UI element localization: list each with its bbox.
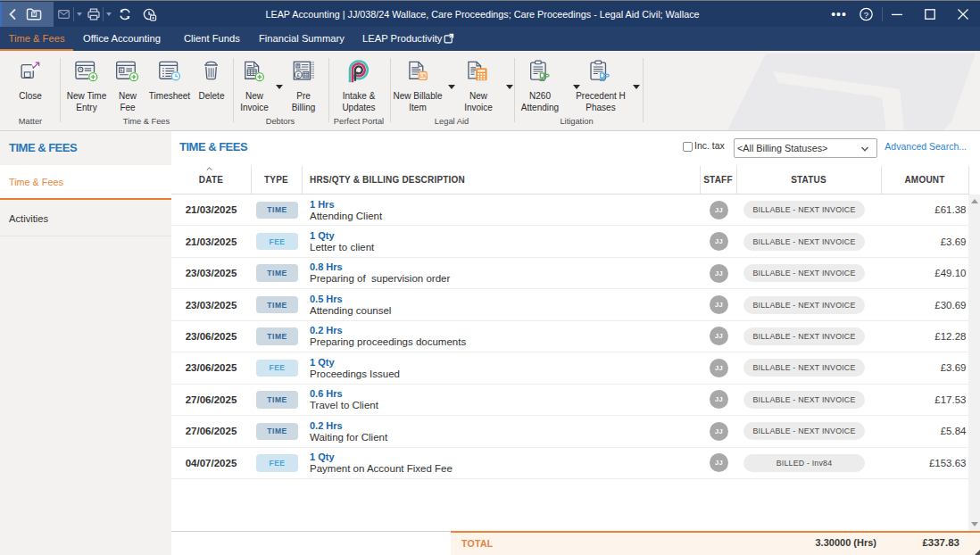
svg-text:?: ?	[864, 10, 868, 20]
svg-text:£: £	[297, 72, 300, 78]
svg-text:M: M	[32, 12, 36, 17]
svg-text:£: £	[120, 68, 123, 72]
svg-text:R: R	[296, 64, 299, 68]
svg-text:LA: LA	[419, 73, 426, 79]
